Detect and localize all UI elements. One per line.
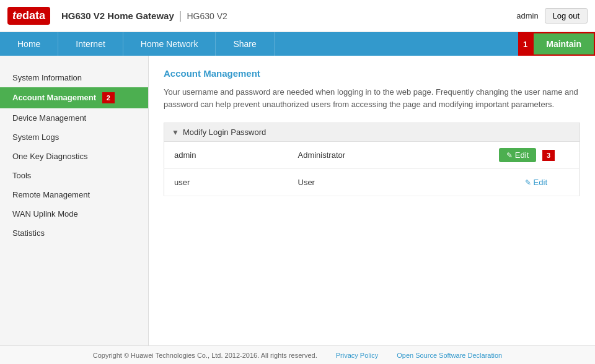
copyright-text: Copyright © Huawei Technologies Co., Ltd… <box>93 352 317 359</box>
admin-edit-cell: ✎ Edit 3 <box>412 142 580 169</box>
user-edit-button[interactable]: ✎ Edit <box>518 175 555 189</box>
user-edit-label: Edit <box>534 178 547 187</box>
user-edit-cell: ✎ Edit <box>412 169 580 196</box>
section-arrow-icon: ▼ <box>172 128 179 137</box>
nav-home-network[interactable]: Home Network <box>123 32 216 56</box>
logo-te: te <box>12 9 22 22</box>
accounts-table: admin Administrator ✎ Edit 3 user User <box>164 142 580 196</box>
sidebar-item-one-key-diagnostics[interactable]: One Key Diagnostics <box>0 147 148 166</box>
admin-edit-button[interactable]: ✎ Edit <box>499 148 536 162</box>
header-right: admin Log out <box>516 8 588 24</box>
nav-spacer <box>275 32 518 56</box>
logo-box: tedata <box>7 7 50 25</box>
edit-icon: ✎ <box>506 151 513 160</box>
table-row: admin Administrator ✎ Edit 3 <box>164 142 580 169</box>
edit-badge: 3 <box>542 150 555 161</box>
sidebar-item-statistics[interactable]: Statistics <box>0 223 148 243</box>
sidebar-item-remote-management[interactable]: Remote Management <box>0 185 148 204</box>
account-management-badge: 2 <box>102 92 115 103</box>
user-username: user <box>164 169 288 196</box>
opensource-link[interactable]: Open Source Software Declaration <box>397 352 502 359</box>
header-title: HG630 V2 Home Gateway <box>61 11 174 21</box>
header-divider: | <box>179 9 182 22</box>
main-container: System Information Account Management 2 … <box>0 56 595 345</box>
header-subtitle: HG630 V2 <box>187 11 227 21</box>
footer: Copyright © Huawei Technologies Co., Ltd… <box>0 345 595 364</box>
admin-username: admin <box>164 142 288 169</box>
user-role: User <box>288 169 412 196</box>
section-title: Modify Login Password <box>183 128 266 137</box>
content-description: Your username and password are needed wh… <box>164 86 580 110</box>
maintain-badge: 1 <box>518 32 532 56</box>
nav-internet[interactable]: Internet <box>58 32 123 56</box>
sidebar-item-wan-uplink-mode[interactable]: WAN Uplink Mode <box>0 204 148 223</box>
admin-role: Administrator <box>288 142 412 169</box>
content-area: Account Management Your username and pas… <box>149 56 595 345</box>
maintain-button[interactable]: Maintain <box>532 32 595 56</box>
sidebar-item-system-information[interactable]: System Information <box>0 68 148 87</box>
table-row: user User ✎ Edit <box>164 169 580 196</box>
nav-share[interactable]: Share <box>216 32 274 56</box>
admin-label: admin <box>516 11 538 20</box>
sidebar-item-tools[interactable]: Tools <box>0 166 148 185</box>
edit-icon: ✎ <box>525 178 531 187</box>
sidebar-item-system-logs[interactable]: System Logs <box>0 128 148 147</box>
section-header: ▼ Modify Login Password <box>164 123 580 142</box>
logo: tedata <box>7 7 50 25</box>
sidebar: System Information Account Management 2 … <box>0 56 149 345</box>
logo-data-text: data <box>22 9 45 22</box>
content-title: Account Management <box>164 68 580 79</box>
sidebar-item-device-management[interactable]: Device Management <box>0 108 148 128</box>
header: tedata HG630 V2 Home Gateway | HG630 V2 … <box>0 0 595 32</box>
sidebar-item-account-management[interactable]: Account Management 2 <box>0 87 148 108</box>
navigation: Home Internet Home Network Share 1 Maint… <box>0 32 595 56</box>
logout-button[interactable]: Log out <box>545 8 588 24</box>
maintain-wrapper: 1 Maintain <box>518 32 595 56</box>
nav-home[interactable]: Home <box>0 32 58 56</box>
privacy-policy-link[interactable]: Privacy Policy <box>336 352 378 359</box>
admin-edit-label: Edit <box>515 150 529 160</box>
